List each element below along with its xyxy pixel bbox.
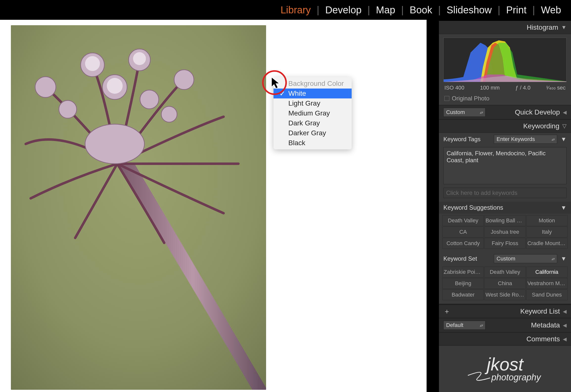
menu-item-medium-gray[interactable]: Medium Gray [274, 108, 352, 118]
updown-icon: ▴▾ [480, 110, 483, 115]
keyword-suggestion[interactable]: Death Valley [442, 215, 484, 226]
panel-end-icon[interactable]: ◀ [563, 308, 567, 314]
add-keyword-button[interactable]: ＋ [443, 308, 450, 315]
keyword-tags-mode-dropdown[interactable]: Enter Keywords▴▾ [494, 135, 557, 144]
svg-point-8 [161, 106, 177, 122]
right-panel: Histogram ▼ ISO 400 100 mm ƒ / 4.0 ¹⁄₄₀₀… [439, 21, 571, 392]
updown-icon: ▴▾ [551, 137, 554, 142]
svg-point-7 [140, 90, 159, 109]
keyword-set-dropdown[interactable]: Custom▴▾ [494, 254, 557, 263]
menu-item-black[interactable]: Black [274, 138, 352, 148]
cursor-icon [271, 77, 282, 90]
histogram-focal-length: 100 mm [480, 85, 500, 91]
svg-point-5 [59, 100, 77, 118]
keyword-suggestion[interactable]: CA [442, 227, 484, 237]
keyword-suggestion[interactable]: Italy [526, 227, 568, 237]
module-slideshow[interactable]: Slideshow [442, 4, 497, 16]
add-keywords-input[interactable]: Click here to add keywords [443, 188, 567, 198]
histogram-graph[interactable] [443, 38, 567, 82]
module-print[interactable]: Print [501, 4, 531, 16]
keyword-suggestion[interactable]: Cotton Candy [442, 238, 484, 249]
keyword-suggestion[interactable]: Fairy Floss [484, 238, 525, 249]
keyword-set-item[interactable]: Death Valley [484, 267, 525, 277]
loupe-canvas[interactable]: Background Color ✓White Light Gray Mediu… [0, 20, 427, 392]
disclosure-triangle-icon[interactable]: ▽ [562, 123, 567, 129]
histogram-panel: ISO 400 100 mm ƒ / 4.0 ¹⁄₄₀₀ sec [439, 34, 571, 93]
photo-preview [11, 25, 266, 390]
disclosure-triangle-icon[interactable]: ▼ [561, 204, 567, 211]
keyword-set-grid: Zabriskie Point… Death Valley California… [439, 265, 571, 304]
quick-develop-preset-dropdown[interactable]: Custom▴▾ [443, 108, 485, 117]
module-map[interactable]: Map [371, 4, 400, 16]
keyword-suggestion[interactable]: Motion [526, 215, 568, 226]
keyword-suggestions-grid: Death Valley Bowling Ball B… Motion CA J… [439, 214, 571, 252]
keyword-set-item[interactable]: California [526, 267, 568, 277]
svg-text:jkost: jkost [484, 354, 524, 374]
histogram-aperture: ƒ / 4.0 [515, 85, 530, 91]
keyword-list-header[interactable]: ＋ Keyword List ◀ [439, 305, 571, 318]
module-picker: Library| Develop| Map| Book| Slideshow| … [0, 0, 571, 20]
svg-text:photography: photography [491, 372, 541, 382]
panel-end-icon[interactable]: ◀ [563, 322, 567, 328]
svg-point-10 [85, 56, 100, 71]
keyword-set-item[interactable]: China [484, 278, 525, 289]
svg-point-4 [35, 77, 56, 97]
keyword-set-item[interactable]: Badwater [442, 289, 484, 300]
module-web[interactable]: Web [536, 4, 566, 16]
metadata-preset-dropdown[interactable]: Default▴▾ [443, 321, 485, 330]
disclosure-triangle-icon[interactable]: ▼ [561, 24, 567, 31]
keyword-suggestions-header[interactable]: Keyword Suggestions ▼ [439, 202, 571, 214]
updown-icon: ▴▾ [551, 256, 554, 261]
module-library[interactable]: Library [276, 4, 316, 16]
menu-item-light-gray[interactable]: Light Gray [274, 98, 352, 108]
keyword-set-label: Keyword Set [443, 255, 490, 262]
keyword-suggestion[interactable]: Bowling Ball B… [484, 215, 525, 226]
checkbox-icon[interactable] [444, 96, 449, 101]
menu-item-dark-gray[interactable]: Dark Gray [274, 118, 352, 128]
histogram-header[interactable]: Histogram ▼ [439, 21, 571, 34]
keyword-tags-label: Keyword Tags [443, 136, 490, 143]
comments-header[interactable]: Comments ◀ [439, 332, 571, 346]
keyword-set-item[interactable]: Zabriskie Point… [442, 267, 484, 277]
menu-item-darker-gray[interactable]: Darker Gray [274, 128, 352, 138]
histogram-shutter: ¹⁄₄₀₀ sec [546, 85, 566, 91]
svg-point-12 [107, 78, 123, 94]
quick-develop-header[interactable]: Custom▴▾ Quick Develop ◀ [439, 105, 571, 119]
keyword-tags-field[interactable]: California, Flower, Mendocino, Pacific C… [443, 147, 567, 184]
keyword-set-item[interactable]: West Side Road [484, 289, 525, 300]
original-photo-toggle[interactable]: Original Photo [439, 93, 571, 105]
histogram-iso: ISO 400 [444, 85, 464, 91]
svg-point-11 [133, 52, 146, 65]
menu-item-white[interactable]: ✓White [274, 89, 352, 98]
module-book[interactable]: Book [405, 4, 437, 16]
keyword-suggestion[interactable]: Cradle Mountain [526, 238, 568, 249]
updown-icon: ▴▾ [480, 323, 483, 328]
metadata-header[interactable]: Default▴▾ Metadata ◀ [439, 318, 571, 332]
module-develop[interactable]: Develop [320, 4, 366, 16]
disclosure-triangle-icon[interactable]: ▼ [561, 136, 567, 143]
keyword-set-item[interactable]: Sand Dunes [526, 289, 568, 300]
identity-plate: jkost photography [439, 346, 571, 389]
panel-end-icon[interactable]: ◀ [563, 109, 567, 115]
panel-end-icon[interactable]: ◀ [563, 336, 567, 342]
keyword-set-item[interactable]: Beijing [442, 278, 484, 289]
disclosure-triangle-icon[interactable]: ▼ [561, 255, 567, 262]
keyword-suggestion[interactable]: Joshua tree [484, 227, 525, 237]
svg-point-9 [85, 124, 144, 164]
keyword-set-item[interactable]: Vestrahorn Mo… [526, 278, 568, 289]
svg-point-3 [174, 70, 194, 90]
keywording-header[interactable]: Keywording ▽ [439, 119, 571, 133]
